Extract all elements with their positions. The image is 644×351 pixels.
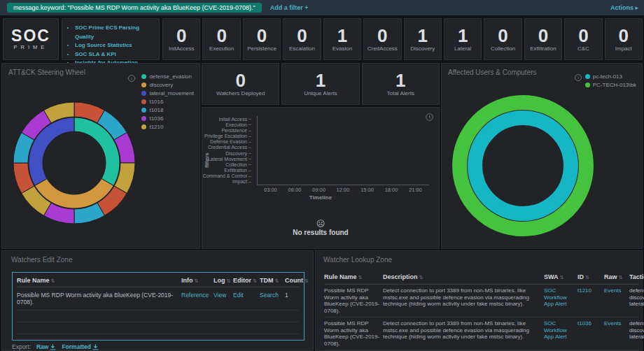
table-row: Possible MS RDP Worm activity aka BlueKe…: [324, 317, 639, 350]
legend-color-dot: [141, 91, 146, 96]
panel-title: Watchers Edit Zone: [2, 251, 313, 264]
y-tick-label: Command & Control: [203, 173, 251, 178]
metric-value: 1: [396, 71, 405, 90]
metric-label: Lateral: [454, 45, 471, 52]
tactic-metric-tile: 0 Execution: [202, 18, 240, 60]
time-picker-icon[interactable]: [426, 113, 433, 121]
rule-name-cell: Possible MS RDP Worm activity aka BlueKe…: [324, 287, 380, 314]
add-filter-button[interactable]: Add a filter +: [270, 4, 309, 11]
metric-value: 0: [176, 27, 186, 45]
quick-link[interactable]: SOC SLA & KPI: [75, 50, 159, 59]
actions-menu-button[interactable]: Actions ▸: [610, 4, 638, 11]
legend-toggle-icon[interactable]: ›: [575, 74, 582, 81]
tactic-metric-tile: 0 InitAccess: [162, 18, 200, 60]
x-axis-tick-labels: 03:0006:0009:0012:0015:0018:0021:00: [264, 187, 422, 193]
filter-pill[interactable]: message.keyword: "Possible MS RDP Worm a…: [7, 3, 262, 13]
legend-toggle-icon[interactable]: ›: [128, 75, 135, 82]
filter-bar: message.keyword: "Possible MS RDP Worm a…: [0, 0, 644, 15]
legend-item[interactable]: t1036: [141, 115, 194, 122]
tactic-tiles-row: 0 InitAccess 0 Execution 0 Persistence 0…: [162, 18, 643, 60]
metric-value: 0: [257, 27, 267, 45]
column-header[interactable]: Description: [383, 273, 541, 280]
attack-wheel-panel: ATT&CK Steering Wheel › defense_evasion …: [1, 63, 200, 249]
metric-value: 1: [458, 27, 468, 45]
reference-link[interactable]: Reference: [181, 292, 209, 299]
quick-links-list: SOC Prime ECS Parsing QualityLog Source …: [75, 24, 159, 68]
export-raw-link[interactable]: Raw: [36, 343, 56, 350]
column-header[interactable]: SWA: [544, 273, 575, 280]
tactics-cell: defense_evasion, discovery, lateral_move…: [629, 287, 644, 314]
column-header[interactable]: ID: [578, 273, 601, 280]
legend-item[interactable]: discovery: [141, 82, 194, 88]
column-header[interactable]: Info: [181, 277, 212, 284]
download-icon: [50, 344, 56, 350]
legend-color-dot: [141, 83, 146, 87]
legend-color-dot: [141, 99, 146, 104]
metric-value: 0: [297, 27, 307, 45]
column-header[interactable]: TDM: [260, 277, 284, 284]
quick-link[interactable]: SOC Prime ECS Parsing Quality: [75, 24, 159, 41]
search-link[interactable]: Search: [260, 292, 279, 299]
affected-users-legend: pc-tech-013 PC-TECH-013\bk: [585, 73, 636, 90]
column-header[interactable]: Raw: [604, 273, 626, 280]
tactics-cell: defense_evasion, discovery, lateral_move…: [629, 320, 644, 347]
alert-metric-tiles: 0 Watchers Deployed 1 Unique Alerts 1 To…: [202, 63, 440, 105]
column-header[interactable]: Editor: [233, 277, 258, 284]
column-header[interactable]: Rule Name: [324, 273, 380, 280]
legend-item[interactable]: t1018: [141, 107, 194, 113]
legend-item[interactable]: defense_evasion: [141, 73, 194, 80]
metric-label: InitAccess: [169, 45, 194, 52]
x-axis-line: [257, 185, 429, 185]
y-tick-label: Persistence: [221, 128, 251, 133]
events-link[interactable]: Events: [604, 320, 621, 327]
legend-item[interactable]: t1210: [141, 124, 194, 130]
swa-link[interactable]: SOC Workflow App Alert: [544, 287, 567, 307]
events-link[interactable]: Events: [604, 287, 621, 294]
metric-value: 0: [216, 27, 226, 45]
rule-name-cell: Possible MS RDP Worm activity aka BlueKe…: [17, 292, 180, 306]
soc-prime-logo: SOC PRIME: [4, 19, 58, 59]
empty-row: [17, 310, 300, 322]
column-header[interactable]: Count: [285, 277, 309, 284]
metric-label: Watchers Deployed: [216, 90, 265, 96]
x-tick-label: 12:00: [337, 187, 350, 193]
column-header[interactable]: Tactics: [629, 273, 644, 280]
affected-users-donut-chart[interactable]: [451, 94, 594, 237]
legend-color-dot: [141, 74, 146, 79]
y-tick-label: Execution: [225, 122, 251, 127]
tactic-metric-tile: 0 CredAccess: [363, 18, 401, 60]
attack-wheel-donut-chart[interactable]: [11, 101, 137, 225]
export-formatted-link[interactable]: Formatted: [62, 343, 99, 350]
metric-value: 1: [316, 71, 326, 90]
no-results-message: ☹ No results found: [202, 220, 439, 236]
metric-label: Collection: [491, 45, 515, 52]
metric-value: 1: [337, 27, 347, 45]
legend-item[interactable]: pc-tech-013: [585, 73, 636, 80]
technique-id-link[interactable]: t1210: [578, 287, 592, 294]
watchers-edit-zone-panel: Watchers Edit Zone Rule NameInfoLogEdito…: [1, 250, 314, 351]
edit-link[interactable]: Edit: [233, 292, 244, 299]
tactic-metric-tile: 0 Collection: [484, 18, 522, 60]
quick-link[interactable]: Log Source Statistics: [75, 41, 159, 50]
view-link[interactable]: View: [214, 292, 226, 299]
x-tick-label: 15:00: [360, 187, 374, 193]
metric-value: 0: [498, 27, 507, 45]
swa-link[interactable]: SOC Workflow App Alert: [544, 320, 567, 340]
tactic-metric-tile: 0 Exfiltration: [524, 18, 562, 60]
legend-item[interactable]: PC-TECH-013\bk: [585, 82, 636, 88]
legend-item[interactable]: t1016: [141, 99, 194, 105]
legend-item[interactable]: lateral_movement: [141, 90, 194, 96]
column-header[interactable]: Log: [214, 277, 232, 284]
metric-label: Persistence: [247, 45, 276, 52]
column-header[interactable]: Rule Name: [17, 277, 180, 284]
metric-label: Execution: [209, 45, 234, 52]
metric-value: 0: [377, 27, 387, 45]
technique-id-link[interactable]: t1036: [578, 320, 592, 327]
quick-links-panel: SOC Prime ECS Parsing QualityLog Source …: [62, 18, 160, 60]
x-axis-title: Timeline: [202, 194, 439, 201]
export-toolbar: Export: Raw Formatted: [12, 343, 99, 350]
export-label: Export:: [12, 343, 31, 350]
legend-color-dot: [141, 124, 146, 129]
description-cell: Detect connection to port 3389 from non-…: [383, 287, 541, 314]
tactic-metric-tile: 0 Impact: [605, 18, 643, 60]
